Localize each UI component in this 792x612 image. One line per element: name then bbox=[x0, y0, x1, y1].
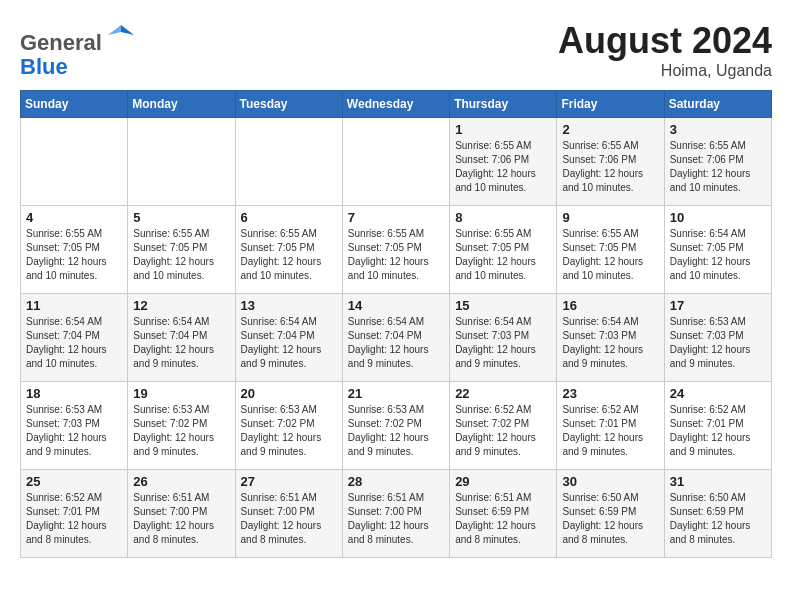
day-info: Sunrise: 6:55 AM Sunset: 7:05 PM Dayligh… bbox=[348, 227, 444, 283]
calendar-cell: 1Sunrise: 6:55 AM Sunset: 7:06 PM Daylig… bbox=[450, 118, 557, 206]
calendar-cell: 17Sunrise: 6:53 AM Sunset: 7:03 PM Dayli… bbox=[664, 294, 771, 382]
weekday-header-monday: Monday bbox=[128, 91, 235, 118]
location-subtitle: Hoima, Uganda bbox=[558, 62, 772, 80]
calendar-week-row: 1Sunrise: 6:55 AM Sunset: 7:06 PM Daylig… bbox=[21, 118, 772, 206]
calendar-cell: 19Sunrise: 6:53 AM Sunset: 7:02 PM Dayli… bbox=[128, 382, 235, 470]
calendar-cell: 15Sunrise: 6:54 AM Sunset: 7:03 PM Dayli… bbox=[450, 294, 557, 382]
calendar-cell bbox=[235, 118, 342, 206]
calendar-cell: 6Sunrise: 6:55 AM Sunset: 7:05 PM Daylig… bbox=[235, 206, 342, 294]
day-info: Sunrise: 6:55 AM Sunset: 7:05 PM Dayligh… bbox=[562, 227, 658, 283]
calendar-cell: 20Sunrise: 6:53 AM Sunset: 7:02 PM Dayli… bbox=[235, 382, 342, 470]
calendar-cell: 4Sunrise: 6:55 AM Sunset: 7:05 PM Daylig… bbox=[21, 206, 128, 294]
day-number: 13 bbox=[241, 298, 337, 313]
calendar-week-row: 25Sunrise: 6:52 AM Sunset: 7:01 PM Dayli… bbox=[21, 470, 772, 558]
day-info: Sunrise: 6:53 AM Sunset: 7:02 PM Dayligh… bbox=[241, 403, 337, 459]
day-info: Sunrise: 6:54 AM Sunset: 7:04 PM Dayligh… bbox=[241, 315, 337, 371]
day-info: Sunrise: 6:52 AM Sunset: 7:01 PM Dayligh… bbox=[26, 491, 122, 547]
logo-bird-icon bbox=[106, 20, 136, 50]
calendar-cell bbox=[21, 118, 128, 206]
calendar-week-row: 4Sunrise: 6:55 AM Sunset: 7:05 PM Daylig… bbox=[21, 206, 772, 294]
day-info: Sunrise: 6:54 AM Sunset: 7:05 PM Dayligh… bbox=[670, 227, 766, 283]
calendar-cell: 24Sunrise: 6:52 AM Sunset: 7:01 PM Dayli… bbox=[664, 382, 771, 470]
day-info: Sunrise: 6:55 AM Sunset: 7:06 PM Dayligh… bbox=[562, 139, 658, 195]
calendar-cell: 22Sunrise: 6:52 AM Sunset: 7:02 PM Dayli… bbox=[450, 382, 557, 470]
day-number: 9 bbox=[562, 210, 658, 225]
weekday-header-friday: Friday bbox=[557, 91, 664, 118]
day-number: 3 bbox=[670, 122, 766, 137]
weekday-header-row: SundayMondayTuesdayWednesdayThursdayFrid… bbox=[21, 91, 772, 118]
day-number: 23 bbox=[562, 386, 658, 401]
day-info: Sunrise: 6:53 AM Sunset: 7:03 PM Dayligh… bbox=[26, 403, 122, 459]
day-info: Sunrise: 6:50 AM Sunset: 6:59 PM Dayligh… bbox=[670, 491, 766, 547]
calendar-cell: 31Sunrise: 6:50 AM Sunset: 6:59 PM Dayli… bbox=[664, 470, 771, 558]
day-number: 28 bbox=[348, 474, 444, 489]
calendar-week-row: 11Sunrise: 6:54 AM Sunset: 7:04 PM Dayli… bbox=[21, 294, 772, 382]
day-number: 4 bbox=[26, 210, 122, 225]
day-info: Sunrise: 6:50 AM Sunset: 6:59 PM Dayligh… bbox=[562, 491, 658, 547]
calendar-cell: 28Sunrise: 6:51 AM Sunset: 7:00 PM Dayli… bbox=[342, 470, 449, 558]
day-number: 12 bbox=[133, 298, 229, 313]
day-number: 2 bbox=[562, 122, 658, 137]
day-number: 15 bbox=[455, 298, 551, 313]
calendar-cell: 29Sunrise: 6:51 AM Sunset: 6:59 PM Dayli… bbox=[450, 470, 557, 558]
day-info: Sunrise: 6:54 AM Sunset: 7:03 PM Dayligh… bbox=[562, 315, 658, 371]
day-number: 16 bbox=[562, 298, 658, 313]
day-info: Sunrise: 6:54 AM Sunset: 7:04 PM Dayligh… bbox=[26, 315, 122, 371]
day-number: 18 bbox=[26, 386, 122, 401]
calendar-cell: 11Sunrise: 6:54 AM Sunset: 7:04 PM Dayli… bbox=[21, 294, 128, 382]
day-info: Sunrise: 6:51 AM Sunset: 7:00 PM Dayligh… bbox=[241, 491, 337, 547]
logo-blue: Blue bbox=[20, 54, 68, 79]
calendar-cell: 2Sunrise: 6:55 AM Sunset: 7:06 PM Daylig… bbox=[557, 118, 664, 206]
calendar-cell bbox=[342, 118, 449, 206]
calendar-week-row: 18Sunrise: 6:53 AM Sunset: 7:03 PM Dayli… bbox=[21, 382, 772, 470]
day-info: Sunrise: 6:51 AM Sunset: 6:59 PM Dayligh… bbox=[455, 491, 551, 547]
calendar-cell: 21Sunrise: 6:53 AM Sunset: 7:02 PM Dayli… bbox=[342, 382, 449, 470]
day-info: Sunrise: 6:52 AM Sunset: 7:01 PM Dayligh… bbox=[670, 403, 766, 459]
day-info: Sunrise: 6:53 AM Sunset: 7:02 PM Dayligh… bbox=[348, 403, 444, 459]
calendar-cell: 27Sunrise: 6:51 AM Sunset: 7:00 PM Dayli… bbox=[235, 470, 342, 558]
day-number: 14 bbox=[348, 298, 444, 313]
day-number: 8 bbox=[455, 210, 551, 225]
calendar-cell: 9Sunrise: 6:55 AM Sunset: 7:05 PM Daylig… bbox=[557, 206, 664, 294]
calendar-header: SundayMondayTuesdayWednesdayThursdayFrid… bbox=[21, 91, 772, 118]
day-number: 5 bbox=[133, 210, 229, 225]
day-info: Sunrise: 6:54 AM Sunset: 7:03 PM Dayligh… bbox=[455, 315, 551, 371]
day-info: Sunrise: 6:55 AM Sunset: 7:05 PM Dayligh… bbox=[133, 227, 229, 283]
day-info: Sunrise: 6:52 AM Sunset: 7:02 PM Dayligh… bbox=[455, 403, 551, 459]
title-block: August 2024 Hoima, Uganda bbox=[558, 20, 772, 80]
calendar-cell: 26Sunrise: 6:51 AM Sunset: 7:00 PM Dayli… bbox=[128, 470, 235, 558]
calendar-cell: 8Sunrise: 6:55 AM Sunset: 7:05 PM Daylig… bbox=[450, 206, 557, 294]
day-info: Sunrise: 6:55 AM Sunset: 7:05 PM Dayligh… bbox=[241, 227, 337, 283]
day-number: 10 bbox=[670, 210, 766, 225]
weekday-header-wednesday: Wednesday bbox=[342, 91, 449, 118]
weekday-header-sunday: Sunday bbox=[21, 91, 128, 118]
day-info: Sunrise: 6:51 AM Sunset: 7:00 PM Dayligh… bbox=[348, 491, 444, 547]
weekday-header-tuesday: Tuesday bbox=[235, 91, 342, 118]
day-number: 20 bbox=[241, 386, 337, 401]
day-info: Sunrise: 6:54 AM Sunset: 7:04 PM Dayligh… bbox=[133, 315, 229, 371]
day-info: Sunrise: 6:52 AM Sunset: 7:01 PM Dayligh… bbox=[562, 403, 658, 459]
calendar-cell: 7Sunrise: 6:55 AM Sunset: 7:05 PM Daylig… bbox=[342, 206, 449, 294]
day-number: 6 bbox=[241, 210, 337, 225]
calendar-cell: 23Sunrise: 6:52 AM Sunset: 7:01 PM Dayli… bbox=[557, 382, 664, 470]
day-number: 31 bbox=[670, 474, 766, 489]
calendar-cell: 25Sunrise: 6:52 AM Sunset: 7:01 PM Dayli… bbox=[21, 470, 128, 558]
page-header: General Blue August 2024 Hoima, Uganda bbox=[20, 20, 772, 80]
day-number: 7 bbox=[348, 210, 444, 225]
calendar-cell: 5Sunrise: 6:55 AM Sunset: 7:05 PM Daylig… bbox=[128, 206, 235, 294]
calendar-cell: 18Sunrise: 6:53 AM Sunset: 7:03 PM Dayli… bbox=[21, 382, 128, 470]
logo-general: General bbox=[20, 30, 102, 55]
day-number: 30 bbox=[562, 474, 658, 489]
day-info: Sunrise: 6:54 AM Sunset: 7:04 PM Dayligh… bbox=[348, 315, 444, 371]
day-info: Sunrise: 6:55 AM Sunset: 7:06 PM Dayligh… bbox=[670, 139, 766, 195]
day-number: 1 bbox=[455, 122, 551, 137]
day-number: 29 bbox=[455, 474, 551, 489]
day-info: Sunrise: 6:53 AM Sunset: 7:03 PM Dayligh… bbox=[670, 315, 766, 371]
weekday-header-thursday: Thursday bbox=[450, 91, 557, 118]
day-info: Sunrise: 6:55 AM Sunset: 7:05 PM Dayligh… bbox=[455, 227, 551, 283]
calendar-cell bbox=[128, 118, 235, 206]
calendar-body: 1Sunrise: 6:55 AM Sunset: 7:06 PM Daylig… bbox=[21, 118, 772, 558]
day-number: 19 bbox=[133, 386, 229, 401]
calendar-cell: 14Sunrise: 6:54 AM Sunset: 7:04 PM Dayli… bbox=[342, 294, 449, 382]
day-number: 21 bbox=[348, 386, 444, 401]
